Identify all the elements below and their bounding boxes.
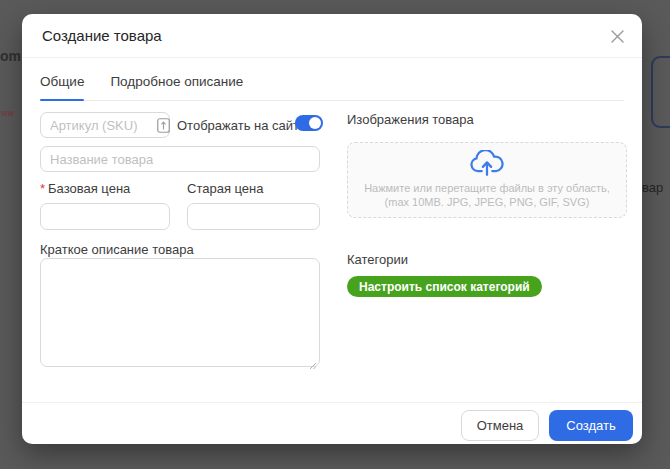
product-images-label: Изображения товара (347, 112, 474, 127)
resize-handle-icon[interactable] (309, 356, 317, 374)
create-product-dialog: Создание товара Общие Подробное описание… (22, 14, 642, 444)
footer-divider (22, 402, 642, 403)
image-upload-dropzone[interactable]: Нажмите или перетащите файлы в эту облас… (347, 142, 627, 218)
upload-hint-line1: Нажмите или перетащите файлы в эту облас… (364, 181, 610, 195)
required-mark: * (40, 181, 45, 196)
categories-label: Категории (347, 252, 408, 267)
close-icon[interactable] (606, 25, 628, 47)
background-page-text: ww (1, 108, 14, 118)
cancel-button[interactable]: Отмена (461, 410, 539, 441)
product-name-input[interactable] (40, 146, 320, 172)
background-page-text: вар (642, 180, 663, 195)
configure-categories-button[interactable]: Настроить список категорий (347, 276, 542, 297)
background-button-fragment (651, 56, 670, 128)
base-price-label: *Базовая цена (40, 181, 130, 196)
tab-detailed-description[interactable]: Подробное описание (110, 74, 243, 100)
base-price-input[interactable] (40, 203, 170, 230)
toggle-knob (309, 117, 321, 129)
dialog-title: Создание товара (42, 14, 162, 58)
short-description-textarea[interactable] (40, 258, 320, 367)
dialog-header: Создание товара (22, 14, 642, 58)
cloud-upload-icon (469, 150, 505, 181)
tab-general[interactable]: Общие (40, 74, 84, 100)
show-on-site-toggle[interactable] (295, 115, 323, 131)
show-on-site-label: Отображать на сайте (177, 118, 306, 133)
old-price-input[interactable] (187, 203, 320, 230)
old-price-label: Старая цена (187, 181, 263, 196)
upload-hint-line2: (max 10MB. JPG, JPEG, PNG, GIF, SVG) (385, 195, 590, 209)
create-button[interactable]: Создать (549, 410, 633, 441)
short-description-label: Краткое описание товара (40, 242, 194, 257)
sku-generate-icon[interactable] (157, 118, 170, 137)
background-page-text: om (0, 48, 21, 64)
dialog-tabs: Общие Подробное описание (40, 74, 624, 101)
sku-input[interactable] (40, 112, 170, 138)
